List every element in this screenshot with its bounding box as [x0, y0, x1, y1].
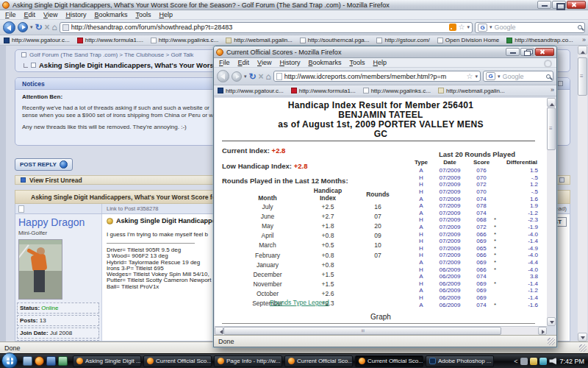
ie-icon[interactable] — [46, 356, 56, 366]
forward-icon[interactable] — [18, 22, 28, 32]
menu-item[interactable]: Bookmarks — [94, 11, 127, 18]
stop-icon[interactable]: × — [45, 23, 50, 32]
menu-item[interactable]: File — [5, 11, 16, 18]
close-button[interactable] — [567, 1, 586, 9]
collapse-icon[interactable] — [559, 177, 564, 183]
menu-item[interactable]: History — [65, 11, 86, 18]
bookmark-item[interactable]: http://webmail.pgalin... — [438, 88, 505, 94]
firefox-icon[interactable] — [35, 356, 44, 366]
bookmark-item[interactable]: http://www.pgatour.c... — [218, 88, 284, 94]
history-dropdown-icon[interactable]: ▾ — [244, 74, 247, 79]
taskbar-button[interactable]: Current Official Sco... — [355, 355, 423, 367]
menu-item[interactable]: History — [279, 59, 300, 66]
scroll-up-icon[interactable] — [547, 98, 556, 107]
bookmark-star-icon[interactable]: ☆ — [459, 24, 465, 31]
back-icon[interactable] — [3, 21, 15, 34]
refresh-icon[interactable]: ↻ — [249, 72, 257, 81]
maximize-button[interactable] — [552, 1, 566, 9]
search-icon[interactable] — [546, 74, 551, 79]
tray-expand-icon[interactable]: < — [514, 358, 517, 365]
menu-item[interactable]: Help — [159, 11, 173, 18]
history-dropdown-icon[interactable]: ▾ — [30, 24, 33, 30]
url-dropdown-icon[interactable]: ▾ — [467, 24, 470, 30]
menu-item[interactable]: Bookmarks — [308, 59, 341, 66]
bookmark-star-icon[interactable]: ☆ — [467, 73, 473, 80]
search-input[interactable] — [495, 24, 576, 31]
scrollbar-thumb[interactable] — [547, 107, 556, 150]
back-icon[interactable] — [217, 70, 229, 82]
security-icon[interactable] — [520, 358, 528, 365]
rounds-type-legend-link[interactable]: Rounds Type Legend — [270, 299, 329, 306]
forward-icon[interactable] — [232, 71, 242, 82]
stop-icon[interactable]: × — [259, 72, 264, 81]
taskbar-button[interactable]: Current Official Sco... — [284, 355, 353, 367]
taskbar-button[interactable]: Asking Single Digit ... — [73, 355, 141, 367]
taskbar-button[interactable]: Adobe Photoshop ... — [426, 355, 494, 367]
bookmark-item[interactable]: http://www.formula1... — [291, 88, 356, 94]
scroll-left-icon[interactable] — [215, 327, 223, 335]
search-engine-dropdown-icon[interactable]: ▾ — [498, 74, 501, 79]
username-link[interactable]: Happy Dragon — [18, 216, 98, 228]
bookmarks-overflow-icon[interactable]: » — [582, 36, 586, 43]
menu-item[interactable]: Edit — [238, 59, 250, 66]
minimize-button[interactable] — [537, 1, 551, 9]
google-engine-icon[interactable]: G — [478, 24, 487, 32]
volume-icon[interactable] — [549, 358, 556, 365]
restore-button[interactable] — [520, 48, 534, 56]
menu-item[interactable]: File — [219, 59, 230, 66]
resize-grip[interactable] — [548, 338, 555, 345]
round-row: A 06/2009 074 3.8 — [412, 273, 542, 280]
graph-link[interactable]: Graph — [215, 313, 547, 321]
bookmark-item[interactable]: http://gstour.com/ — [376, 37, 429, 43]
url-dropdown-icon[interactable]: ▾ — [475, 74, 478, 79]
bookmarks-overflow-icon[interactable]: » — [551, 86, 554, 93]
home-icon[interactable]: ⌂ — [52, 23, 57, 32]
bookmark-item[interactable]: Open Division Home — [437, 37, 499, 43]
post-reply-button[interactable]: POST REPLY — [15, 158, 73, 171]
link-to-post[interactable]: Link to Post #358278 — [102, 205, 162, 212]
refresh-icon[interactable]: ↻ — [35, 23, 43, 32]
menu-item[interactable]: Tools — [135, 11, 151, 18]
scrollbar-thumb[interactable] — [578, 57, 587, 96]
menu-item[interactable]: View — [43, 11, 57, 18]
collapse-icon[interactable] — [558, 81, 563, 86]
popup-horizontal-scrollbar[interactable] — [215, 326, 547, 335]
address-input[interactable] — [71, 24, 447, 31]
scroll-up-icon[interactable] — [578, 46, 587, 54]
close-button[interactable] — [535, 48, 554, 56]
bookmark-item[interactable]: http://southerncal.pga... — [300, 37, 370, 43]
minimize-button[interactable] — [506, 48, 520, 56]
bookmark-item[interactable]: http://thesandtrap.co... — [506, 37, 573, 43]
bookmark-item[interactable]: http://www.pgalinks.c... — [151, 37, 218, 43]
show-desktop-icon[interactable] — [23, 356, 32, 366]
taskbar-button[interactable]: Page Info - http://w... — [214, 355, 282, 367]
resize-grip[interactable] — [579, 344, 587, 352]
bookmark-item[interactable]: http://www.formula1.... — [77, 37, 143, 43]
menu-item[interactable]: Tools — [349, 59, 365, 66]
update-icon[interactable] — [530, 358, 537, 365]
popup-vertical-scrollbar[interactable] — [547, 98, 556, 326]
menu-item[interactable]: Edit — [24, 11, 36, 18]
bookmark-item[interactable]: http://www.pgatour.c... — [4, 37, 70, 43]
menu-item[interactable]: Help — [373, 59, 387, 66]
menu-item[interactable]: View — [257, 59, 271, 66]
main-vertical-scrollbar[interactable] — [578, 46, 587, 342]
home-icon[interactable]: ⌂ — [266, 72, 271, 81]
search-icon[interactable] — [578, 25, 582, 29]
explorer-icon[interactable] — [58, 356, 68, 366]
search-engine-dropdown-icon[interactable]: ▾ — [490, 24, 492, 30]
bookmark-item[interactable]: http://www.pgalinks.c... — [363, 88, 431, 94]
bookmark-item[interactable]: http://webmail.pgalin... — [226, 37, 293, 43]
address-input[interactable] — [284, 73, 465, 80]
rss-icon[interactable] — [449, 24, 456, 31]
taskbar-button[interactable]: Current Official Sco... — [143, 355, 212, 367]
avatar[interactable] — [18, 239, 62, 300]
start-button[interactable] — [1, 353, 18, 368]
scroll-down-icon[interactable] — [578, 333, 587, 342]
scroll-down-icon[interactable] — [547, 317, 556, 326]
network-icon[interactable] — [539, 358, 547, 365]
scrollbar-thumb[interactable] — [223, 327, 501, 335]
search-input[interactable] — [503, 73, 544, 80]
google-engine-icon[interactable]: G — [486, 72, 495, 80]
scroll-right-icon[interactable] — [538, 327, 547, 335]
